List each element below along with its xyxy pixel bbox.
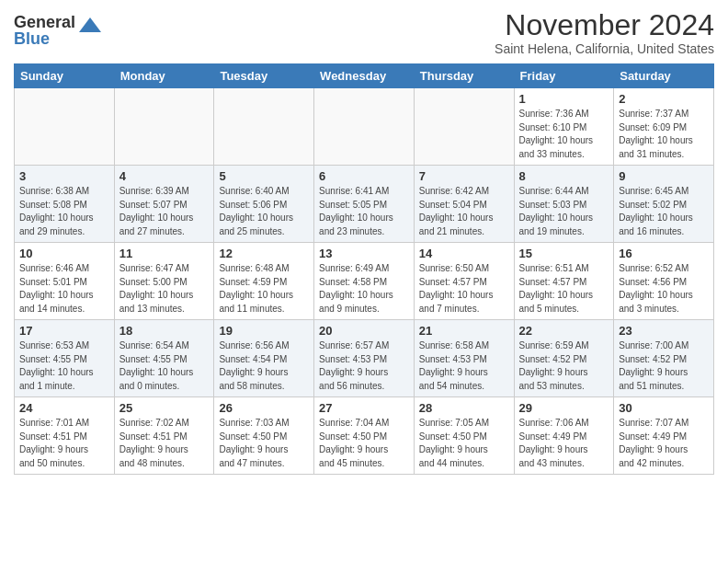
- day-number: 27: [319, 401, 409, 415]
- col-thursday: Thursday: [414, 64, 514, 88]
- day-info: Sunrise: 6:45 AMSunset: 5:02 PMDaylight:…: [619, 185, 709, 238]
- day-info: Sunrise: 6:47 AMSunset: 5:00 PMDaylight:…: [119, 262, 210, 316]
- calendar-table: Sunday Monday Tuesday Wednesday Thursday…: [14, 63, 714, 475]
- day-info: Sunrise: 6:52 AMSunset: 4:56 PMDaylight:…: [619, 262, 709, 316]
- logo-label: General Blue: [14, 14, 75, 47]
- table-row: 13Sunrise: 6:49 AMSunset: 4:58 PMDayligh…: [314, 243, 415, 320]
- day-number: 22: [519, 324, 609, 338]
- table-row: 28Sunrise: 7:05 AMSunset: 4:50 PMDayligh…: [414, 397, 514, 475]
- logo-general: General: [14, 13, 75, 31]
- table-row: 18Sunrise: 6:54 AMSunset: 4:55 PMDayligh…: [114, 320, 214, 397]
- day-info: Sunrise: 6:40 AMSunset: 5:06 PMDaylight:…: [219, 185, 309, 238]
- table-row: 19Sunrise: 6:56 AMSunset: 4:54 PMDayligh…: [214, 320, 314, 397]
- day-number: 10: [19, 247, 109, 260]
- calendar-week-4: 24Sunrise: 7:01 AMSunset: 4:51 PMDayligh…: [15, 397, 714, 475]
- page: General Blue November 2024 Saint Helena,…: [0, 0, 728, 488]
- table-row: [414, 88, 514, 166]
- day-info: Sunrise: 7:04 AMSunset: 4:50 PMDaylight:…: [319, 417, 409, 470]
- day-number: 9: [619, 169, 709, 183]
- day-number: 6: [319, 169, 409, 183]
- table-row: 17Sunrise: 6:53 AMSunset: 4:55 PMDayligh…: [15, 320, 115, 397]
- day-info: Sunrise: 6:44 AMSunset: 5:03 PMDaylight:…: [519, 185, 609, 238]
- day-info: Sunrise: 7:36 AMSunset: 6:10 PMDaylight:…: [519, 108, 609, 161]
- table-row: 16Sunrise: 6:52 AMSunset: 4:56 PMDayligh…: [614, 243, 714, 320]
- table-row: 7Sunrise: 6:42 AMSunset: 5:04 PMDaylight…: [414, 166, 514, 243]
- day-number: 25: [119, 401, 210, 415]
- day-info: Sunrise: 6:48 AMSunset: 4:59 PMDaylight:…: [219, 262, 309, 316]
- col-friday: Friday: [514, 64, 614, 88]
- day-number: 2: [619, 92, 709, 106]
- day-info: Sunrise: 6:41 AMSunset: 5:05 PMDaylight:…: [319, 185, 409, 238]
- col-tuesday: Tuesday: [214, 64, 314, 88]
- day-info: Sunrise: 6:49 AMSunset: 4:58 PMDaylight:…: [319, 262, 409, 316]
- day-info: Sunrise: 6:53 AMSunset: 4:55 PMDaylight:…: [19, 339, 109, 393]
- day-number: 26: [219, 401, 309, 415]
- day-number: 13: [319, 247, 409, 260]
- logo-icon: [77, 14, 103, 40]
- day-number: 4: [119, 169, 210, 183]
- calendar-week-1: 3Sunrise: 6:38 AMSunset: 5:08 PMDaylight…: [15, 166, 714, 243]
- table-row: 22Sunrise: 6:59 AMSunset: 4:52 PMDayligh…: [514, 320, 614, 397]
- month-title: November 2024: [495, 9, 714, 41]
- header-row: Sunday Monday Tuesday Wednesday Thursday…: [15, 64, 714, 88]
- day-number: 23: [619, 324, 709, 338]
- table-row: 1Sunrise: 7:36 AMSunset: 6:10 PMDaylight…: [514, 88, 614, 166]
- table-row: 27Sunrise: 7:04 AMSunset: 4:50 PMDayligh…: [314, 397, 415, 475]
- day-number: 14: [419, 247, 509, 260]
- day-info: Sunrise: 6:39 AMSunset: 5:07 PMDaylight:…: [119, 185, 210, 238]
- table-row: 24Sunrise: 7:01 AMSunset: 4:51 PMDayligh…: [15, 397, 115, 475]
- logo-blue: Blue: [14, 29, 50, 48]
- table-row: 6Sunrise: 6:41 AMSunset: 5:05 PMDaylight…: [314, 166, 415, 243]
- table-row: 4Sunrise: 6:39 AMSunset: 5:07 PMDaylight…: [114, 166, 214, 243]
- table-row: 26Sunrise: 7:03 AMSunset: 4:50 PMDayligh…: [214, 397, 314, 475]
- table-row: [15, 88, 115, 166]
- day-info: Sunrise: 6:59 AMSunset: 4:52 PMDaylight:…: [519, 339, 609, 393]
- table-row: 3Sunrise: 6:38 AMSunset: 5:08 PMDaylight…: [15, 166, 115, 243]
- col-saturday: Saturday: [614, 64, 714, 88]
- table-row: [314, 88, 415, 166]
- day-info: Sunrise: 6:58 AMSunset: 4:53 PMDaylight:…: [419, 339, 509, 393]
- day-info: Sunrise: 7:07 AMSunset: 4:49 PMDaylight:…: [619, 417, 709, 470]
- table-row: 25Sunrise: 7:02 AMSunset: 4:51 PMDayligh…: [114, 397, 214, 475]
- day-number: 24: [19, 401, 109, 415]
- day-number: 1: [519, 92, 609, 106]
- table-row: 23Sunrise: 7:00 AMSunset: 4:52 PMDayligh…: [614, 320, 714, 397]
- calendar-week-3: 17Sunrise: 6:53 AMSunset: 4:55 PMDayligh…: [15, 320, 714, 397]
- title-area: November 2024 Saint Helena, California, …: [495, 9, 714, 56]
- day-number: 12: [219, 247, 309, 260]
- day-info: Sunrise: 7:05 AMSunset: 4:50 PMDaylight:…: [419, 417, 509, 470]
- day-info: Sunrise: 6:57 AMSunset: 4:53 PMDaylight:…: [319, 339, 409, 393]
- table-row: 30Sunrise: 7:07 AMSunset: 4:49 PMDayligh…: [614, 397, 714, 475]
- calendar-week-2: 10Sunrise: 6:46 AMSunset: 5:01 PMDayligh…: [15, 243, 714, 320]
- table-row: 9Sunrise: 6:45 AMSunset: 5:02 PMDaylight…: [614, 166, 714, 243]
- day-number: 20: [319, 324, 409, 338]
- table-row: 29Sunrise: 7:06 AMSunset: 4:49 PMDayligh…: [514, 397, 614, 475]
- day-info: Sunrise: 6:51 AMSunset: 4:57 PMDaylight:…: [519, 262, 609, 316]
- table-row: 20Sunrise: 6:57 AMSunset: 4:53 PMDayligh…: [314, 320, 415, 397]
- col-sunday: Sunday: [15, 64, 115, 88]
- day-info: Sunrise: 6:42 AMSunset: 5:04 PMDaylight:…: [419, 185, 509, 238]
- table-row: 11Sunrise: 6:47 AMSunset: 5:00 PMDayligh…: [114, 243, 214, 320]
- day-number: 5: [219, 169, 309, 183]
- table-row: 14Sunrise: 6:50 AMSunset: 4:57 PMDayligh…: [414, 243, 514, 320]
- table-row: [214, 88, 314, 166]
- day-info: Sunrise: 7:03 AMSunset: 4:50 PMDaylight:…: [219, 417, 309, 470]
- day-number: 7: [419, 169, 509, 183]
- day-number: 8: [519, 169, 609, 183]
- calendar-week-0: 1Sunrise: 7:36 AMSunset: 6:10 PMDaylight…: [15, 88, 714, 166]
- table-row: 8Sunrise: 6:44 AMSunset: 5:03 PMDaylight…: [514, 166, 614, 243]
- day-info: Sunrise: 6:46 AMSunset: 5:01 PMDaylight:…: [19, 262, 109, 316]
- table-row: 15Sunrise: 6:51 AMSunset: 4:57 PMDayligh…: [514, 243, 614, 320]
- day-number: 21: [419, 324, 509, 338]
- day-info: Sunrise: 6:50 AMSunset: 4:57 PMDaylight:…: [419, 262, 509, 316]
- day-number: 11: [119, 247, 210, 260]
- location: Saint Helena, California, United States: [495, 41, 714, 56]
- table-row: [114, 88, 214, 166]
- day-info: Sunrise: 6:54 AMSunset: 4:55 PMDaylight:…: [119, 339, 210, 393]
- table-row: 12Sunrise: 6:48 AMSunset: 4:59 PMDayligh…: [214, 243, 314, 320]
- day-number: 30: [619, 401, 709, 415]
- day-info: Sunrise: 7:37 AMSunset: 6:09 PMDaylight:…: [619, 108, 709, 161]
- day-number: 19: [219, 324, 309, 338]
- svg-marker-0: [79, 17, 101, 32]
- day-info: Sunrise: 7:00 AMSunset: 4:52 PMDaylight:…: [619, 339, 709, 393]
